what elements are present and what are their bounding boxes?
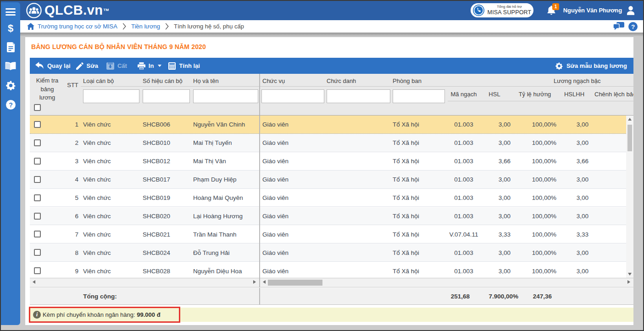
question-icon: ? bbox=[6, 100, 16, 110]
breadcrumb-salary[interactable]: Tiền lương bbox=[131, 23, 160, 30]
table-row[interactable]: 4 Viên chức SHCB017 Phạm Duy Hiệp Giáo v… bbox=[30, 171, 626, 189]
back-button[interactable]: Quay lại bbox=[35, 62, 71, 70]
sidebar-item-library[interactable] bbox=[1, 57, 20, 75]
table-row[interactable]: 8 Viên chức SHCB024 Đỗ Trung Hải Giáo vi… bbox=[30, 243, 626, 262]
cell-hsl: 3,00 bbox=[480, 171, 511, 189]
table-row[interactable]: 2 Viên chức SHCB010 Mai Thị Tuyến Giáo v… bbox=[30, 134, 626, 152]
table-row[interactable]: 9 Viên chức SHCB028 Nguyễn Diệu Hoa Giáo… bbox=[30, 262, 626, 278]
column-header-mangach[interactable]: Mã ngạch bbox=[448, 91, 480, 98]
row-checkbox[interactable] bbox=[34, 267, 41, 274]
sidebar-item-salary[interactable]: $ bbox=[1, 19, 20, 38]
print-button[interactable]: In bbox=[138, 62, 162, 70]
breadcrumb-school[interactable]: Trường trung học cơ sở MISA bbox=[38, 23, 117, 30]
book-icon bbox=[5, 62, 16, 71]
table-row[interactable]: 1 Viên chức SHCB006 Nguyễn Văn Chinh Giá… bbox=[30, 116, 626, 134]
row-checkbox[interactable] bbox=[34, 249, 41, 256]
column-header-hoten[interactable]: Họ và tên bbox=[193, 77, 219, 84]
cell-mangach: 01.003 bbox=[448, 152, 480, 171]
misa-support-button[interactable]: Tổng đài hỗ trợ MISA SUPPORT bbox=[471, 3, 533, 17]
filter-sohieu-input[interactable] bbox=[143, 89, 190, 103]
filter-loai-input[interactable] bbox=[83, 89, 139, 103]
cell-hslhh: 3,00 bbox=[560, 262, 588, 278]
column-header-hsl[interactable]: HSL bbox=[480, 91, 509, 98]
cell-stt: 4 bbox=[65, 171, 78, 189]
column-header-chenhlech[interactable]: Chênh lệch bảo bbox=[594, 91, 633, 98]
select-all-checkbox[interactable] bbox=[34, 104, 41, 111]
cell-loai: Viên chức bbox=[83, 152, 139, 171]
column-header-hslhh[interactable]: HSLHH bbox=[560, 91, 588, 98]
cell-phongban: Tổ Xã hội bbox=[393, 262, 447, 278]
cell-tyle: 100,00% bbox=[514, 225, 556, 243]
filter-chucvu-input[interactable] bbox=[261, 89, 324, 103]
cell-sohieu: SHCB017 bbox=[143, 171, 190, 189]
row-checkbox[interactable] bbox=[34, 213, 41, 220]
cell-tyle: 100,00% bbox=[514, 134, 556, 152]
sidebar-item-settings[interactable] bbox=[1, 76, 20, 94]
row-checkbox[interactable] bbox=[34, 121, 41, 128]
help-icon[interactable]: ? bbox=[628, 22, 638, 31]
row-checkbox[interactable] bbox=[34, 231, 41, 237]
row-checkbox[interactable] bbox=[34, 158, 41, 165]
sidebar-item-documents[interactable] bbox=[1, 38, 20, 56]
cell-tyle: 100,00% bbox=[514, 116, 556, 134]
sidebar-item-help[interactable]: ? bbox=[1, 95, 20, 114]
cell-sohieu: SHCB020 bbox=[143, 207, 190, 226]
table-row[interactable]: 7 Viên chức SHCB021 Trần Mai Thanh Giáo … bbox=[30, 225, 626, 243]
left-pane-scroll-left-arrow[interactable] bbox=[33, 280, 35, 284]
column-header-chucvu[interactable]: Chức vụ bbox=[262, 77, 285, 84]
content-card: BẢNG LƯƠNG CÁN BỘ NHÂN VIÊN THÁNG 9 NĂM … bbox=[25, 37, 633, 325]
cell-chucvu: Giáo viên bbox=[262, 225, 324, 243]
cell-chucdanh bbox=[327, 116, 390, 134]
left-pane-scroll-right-arrow[interactable] bbox=[253, 280, 256, 284]
cell-hslhh: 3,00 bbox=[560, 134, 588, 152]
cell-phongban: Tổ Xã hội bbox=[393, 171, 447, 189]
cell-hoten: Hoàng Mai Quyên bbox=[193, 189, 258, 207]
home-icon[interactable] bbox=[27, 23, 34, 30]
app-logo[interactable]: QLCB.vnTM bbox=[26, 1, 108, 20]
scroll-down-arrow[interactable] bbox=[628, 273, 632, 276]
user-name[interactable]: Nguyễn Văn Phương bbox=[563, 7, 622, 14]
filter-hoten-input[interactable] bbox=[193, 89, 258, 103]
column-header-stt[interactable]: STT bbox=[65, 82, 81, 88]
table-row[interactable]: 3 Viên chức SHCB012 Mai Thị Vân Giáo viê… bbox=[30, 152, 626, 171]
cell-hoten: Lại Hoàng Hương bbox=[193, 207, 258, 226]
save-button[interactable]: Cất bbox=[106, 62, 127, 70]
menu-toggle-icon[interactable] bbox=[6, 8, 16, 16]
row-checkbox[interactable] bbox=[34, 194, 41, 201]
cell-hoten: Mai Thị Tuyến bbox=[193, 134, 258, 152]
cell-hslhh: 3,00 bbox=[560, 189, 588, 207]
logo-text: QLCB.vn bbox=[44, 3, 103, 18]
edit-button[interactable]: Sửa bbox=[76, 62, 98, 70]
notifications-button[interactable]: 1 bbox=[546, 5, 562, 18]
column-header-phongban[interactable]: Phòng ban bbox=[393, 77, 422, 84]
table-row[interactable]: 5 Viên chức SHCB019 Hoàng Mai Quyên Giáo… bbox=[30, 189, 626, 207]
column-header-tyle[interactable]: Tỷ lệ hưởng bbox=[514, 91, 555, 98]
avatar-icon[interactable] bbox=[625, 5, 637, 17]
breadcrumb-separator-icon bbox=[122, 23, 126, 30]
table-row[interactable]: 6 Viên chức SHCB020 Lại Hoàng Hương Giáo… bbox=[30, 207, 626, 226]
recalculate-button[interactable]: Tính lại bbox=[168, 62, 200, 70]
filter-chucdanh-input[interactable] bbox=[327, 89, 390, 103]
cell-chucdanh bbox=[327, 152, 390, 171]
cell-sohieu: SHCB028 bbox=[143, 262, 190, 278]
column-header-chucdanh[interactable]: Chức danh bbox=[327, 77, 356, 84]
cell-tyle: 100,00% bbox=[514, 152, 556, 171]
scroll-up-arrow[interactable] bbox=[628, 118, 632, 121]
cell-phongban: Tổ Xã hội bbox=[393, 225, 447, 243]
vertical-scroll-thumb[interactable] bbox=[627, 125, 632, 151]
right-pane-scroll-right-arrow[interactable] bbox=[627, 280, 630, 284]
row-checkbox[interactable] bbox=[34, 139, 41, 146]
feedback-chat-icon[interactable] bbox=[613, 22, 624, 31]
cell-tyle: 100,00% bbox=[514, 262, 556, 278]
gear-icon bbox=[6, 81, 16, 90]
row-checkbox[interactable] bbox=[34, 176, 41, 183]
column-header-loai[interactable]: Loại cán bộ bbox=[83, 77, 114, 84]
horizontal-scroll-thumb[interactable] bbox=[268, 280, 322, 286]
vertical-scrollbar[interactable] bbox=[626, 116, 633, 278]
edit-template-button[interactable]: Sửa mẫu bảng lương bbox=[555, 58, 627, 74]
filter-phongban-input[interactable] bbox=[393, 89, 445, 103]
right-pane-scroll-left-arrow[interactable] bbox=[263, 280, 266, 284]
cell-sohieu: SHCB019 bbox=[143, 189, 190, 207]
column-header-sohieu[interactable]: Số hiệu cán bộ bbox=[143, 77, 183, 84]
cell-hsl: 3,00 bbox=[480, 262, 511, 278]
